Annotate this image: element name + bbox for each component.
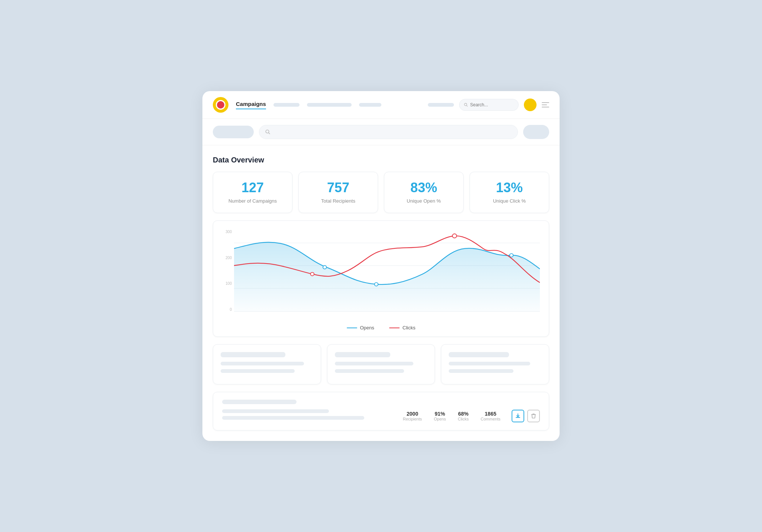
y-label-200: 200 bbox=[222, 256, 234, 260]
stat-col-label-clicks: Clicks bbox=[458, 417, 468, 421]
skeleton-card-2 bbox=[327, 344, 435, 384]
chart-legend: Opens Clicks bbox=[222, 325, 540, 331]
section-title: Data Overview bbox=[213, 156, 549, 164]
skel-block-1c bbox=[221, 369, 295, 373]
skel-block-3a bbox=[449, 352, 509, 357]
nav-right bbox=[428, 99, 549, 111]
nav-placeholder-4 bbox=[428, 103, 454, 107]
skel-block-2a bbox=[335, 352, 390, 357]
stat-col-value-recipients: 2000 bbox=[403, 411, 422, 417]
main-search[interactable] bbox=[259, 125, 518, 139]
chart-area: 0 100 200 300 bbox=[222, 230, 540, 319]
legend-label-opens: Opens bbox=[360, 325, 374, 331]
nav-placeholder-1 bbox=[273, 103, 300, 107]
stat-card-campaigns: 127 Number of Campaigns bbox=[213, 172, 292, 213]
user-avatar[interactable] bbox=[524, 99, 537, 111]
svg-line-1 bbox=[467, 106, 467, 106]
skeleton-card-3 bbox=[441, 344, 549, 384]
main-search-icon bbox=[265, 129, 270, 135]
stat-card-click: 13% Unique Click % bbox=[470, 172, 549, 213]
chart-card: 0 100 200 300 bbox=[213, 220, 549, 337]
skel-block-2b bbox=[335, 362, 413, 365]
stat-col-value-opens: 91% bbox=[434, 411, 446, 417]
stat-col-value-comments: 1865 bbox=[481, 411, 500, 417]
trash-icon bbox=[531, 413, 537, 419]
stat-col-label-comments: Comments bbox=[481, 417, 500, 421]
skeleton-card-1 bbox=[213, 344, 321, 384]
table-header-skeleton bbox=[222, 400, 297, 404]
nav-placeholder-3 bbox=[359, 103, 381, 107]
table-row: 2000 Recipients 91% Opens 68% Clicks 186… bbox=[222, 409, 540, 423]
stat-label-recipients: Total Recipients bbox=[306, 198, 370, 204]
nav-search-icon bbox=[464, 103, 468, 107]
chart-area-fill bbox=[234, 242, 540, 312]
stat-label-click: Unique Click % bbox=[477, 198, 541, 204]
nav-search[interactable] bbox=[459, 99, 519, 111]
stat-col-comments: 1865 Comments bbox=[481, 411, 500, 421]
opens-marker-2 bbox=[375, 283, 378, 286]
stat-value-recipients: 757 bbox=[306, 181, 370, 194]
stat-col-clicks: 68% Clicks bbox=[458, 411, 468, 421]
legend-label-clicks: Clicks bbox=[403, 325, 416, 331]
legend-line-opens bbox=[347, 328, 357, 328]
table-row-stats: 2000 Recipients 91% Opens 68% Clicks 186… bbox=[403, 411, 500, 421]
stat-value-click: 13% bbox=[477, 181, 541, 194]
main-content: Data Overview 127 Number of Campaigns 75… bbox=[202, 145, 560, 431]
stat-col-opens: 91% Opens bbox=[434, 411, 446, 421]
row-line-2 bbox=[222, 416, 364, 420]
skel-block-3c bbox=[449, 369, 513, 373]
table-row-left bbox=[222, 409, 400, 423]
navbar: Campaigns bbox=[202, 91, 560, 119]
legend-line-clicks bbox=[389, 328, 400, 328]
clicks-marker-2 bbox=[452, 234, 457, 238]
skeleton-cards-row bbox=[213, 344, 549, 384]
skel-block-3b bbox=[449, 362, 530, 365]
skel-block-2c bbox=[335, 369, 404, 373]
stat-col-label-opens: Opens bbox=[434, 417, 446, 421]
legend-clicks: Clicks bbox=[389, 325, 416, 331]
stat-card-open: 83% Unique Open % bbox=[384, 172, 464, 213]
toolbar bbox=[202, 119, 560, 145]
table-section: 2000 Recipients 91% Opens 68% Clicks 186… bbox=[213, 392, 549, 431]
y-axis-labels: 0 100 200 300 bbox=[222, 230, 234, 312]
stat-col-recipients: 2000 Recipients bbox=[403, 411, 422, 421]
row-line-1 bbox=[222, 409, 329, 413]
y-label-0: 0 bbox=[222, 307, 234, 312]
stat-card-recipients: 757 Total Recipients bbox=[298, 172, 378, 213]
stat-col-value-clicks: 68% bbox=[458, 411, 468, 417]
stat-label-open: Unique Open % bbox=[392, 198, 456, 204]
hamburger-menu[interactable] bbox=[542, 102, 549, 107]
new-campaign-button[interactable] bbox=[213, 126, 254, 138]
action-button[interactable] bbox=[523, 125, 549, 139]
opens-marker-1 bbox=[323, 265, 327, 269]
y-label-100: 100 bbox=[222, 281, 234, 286]
clicks-marker-1 bbox=[311, 273, 314, 276]
main-search-input[interactable] bbox=[273, 129, 512, 135]
chart-svg bbox=[234, 230, 540, 312]
legend-opens: Opens bbox=[347, 325, 374, 331]
svg-line-3 bbox=[269, 133, 270, 134]
y-label-300: 300 bbox=[222, 230, 234, 234]
app-container: Campaigns bbox=[202, 91, 560, 441]
opens-marker-3 bbox=[510, 254, 513, 257]
stat-value-campaigns: 127 bbox=[221, 181, 285, 194]
nav-search-input[interactable] bbox=[470, 102, 514, 107]
stat-col-label-recipients: Recipients bbox=[403, 417, 422, 421]
skel-block-1b bbox=[221, 362, 304, 365]
download-icon bbox=[515, 413, 521, 419]
logo bbox=[213, 97, 228, 113]
skel-block-1a bbox=[221, 352, 285, 357]
stat-label-campaigns: Number of Campaigns bbox=[221, 198, 285, 204]
download-button[interactable] bbox=[512, 410, 524, 422]
nav-placeholder-2 bbox=[307, 103, 352, 107]
stats-row: 127 Number of Campaigns 757 Total Recipi… bbox=[213, 172, 549, 213]
logo-inner bbox=[216, 100, 225, 110]
nav-item-campaigns[interactable]: Campaigns bbox=[236, 101, 266, 109]
stat-value-open: 83% bbox=[392, 181, 456, 194]
delete-button[interactable] bbox=[527, 410, 540, 422]
